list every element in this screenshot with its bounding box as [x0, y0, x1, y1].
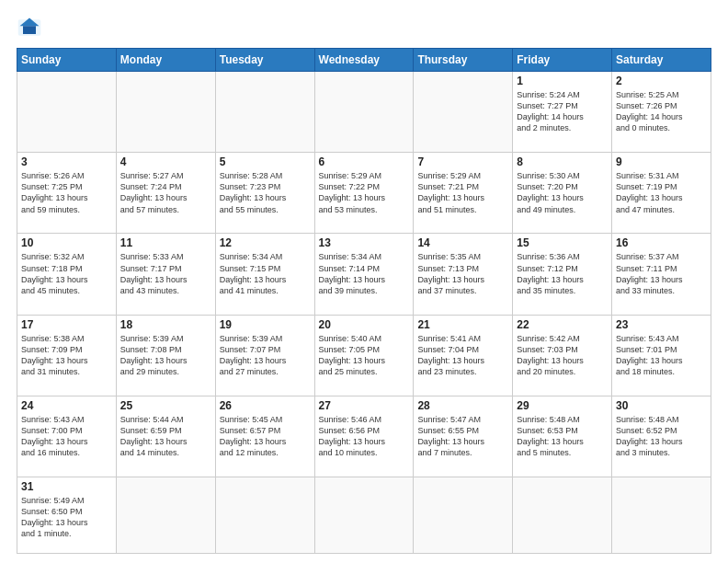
day-cell: 4Sunrise: 5:27 AM Sunset: 7:24 PM Daylig… — [116, 153, 215, 234]
day-cell: 25Sunrise: 5:44 AM Sunset: 6:59 PM Dayli… — [116, 396, 215, 477]
day-info: Sunrise: 5:43 AM Sunset: 7:01 PM Dayligh… — [616, 333, 707, 378]
day-info: Sunrise: 5:48 AM Sunset: 6:53 PM Dayligh… — [517, 414, 608, 459]
day-cell: 23Sunrise: 5:43 AM Sunset: 7:01 PM Dayli… — [612, 315, 711, 396]
week-row-6: 31Sunrise: 5:49 AM Sunset: 6:50 PM Dayli… — [17, 477, 711, 553]
day-number: 19 — [220, 318, 311, 331]
day-cell: 5Sunrise: 5:28 AM Sunset: 7:23 PM Daylig… — [215, 153, 314, 234]
day-number: 26 — [220, 399, 311, 412]
day-number: 15 — [517, 236, 608, 249]
day-number: 22 — [517, 318, 608, 331]
day-number: 17 — [21, 318, 112, 331]
day-number: 13 — [319, 236, 410, 249]
logo — [17, 15, 46, 40]
day-info: Sunrise: 5:46 AM Sunset: 6:56 PM Dayligh… — [319, 414, 410, 459]
day-number: 14 — [417, 236, 508, 249]
day-cell: 8Sunrise: 5:30 AM Sunset: 7:20 PM Daylig… — [513, 153, 612, 234]
day-cell — [215, 477, 314, 553]
day-cell — [314, 72, 414, 153]
day-cell: 27Sunrise: 5:46 AM Sunset: 6:56 PM Dayli… — [314, 396, 414, 477]
day-number: 29 — [517, 399, 608, 412]
day-number: 10 — [21, 236, 112, 249]
day-number: 3 — [21, 155, 112, 168]
day-cell: 7Sunrise: 5:29 AM Sunset: 7:21 PM Daylig… — [414, 153, 513, 234]
day-info: Sunrise: 5:35 AM Sunset: 7:13 PM Dayligh… — [417, 251, 508, 296]
day-info: Sunrise: 5:31 AM Sunset: 7:19 PM Dayligh… — [616, 170, 707, 215]
day-info: Sunrise: 5:27 AM Sunset: 7:24 PM Dayligh… — [120, 170, 211, 215]
day-info: Sunrise: 5:25 AM Sunset: 7:26 PM Dayligh… — [616, 89, 707, 134]
calendar-table: SundayMondayTuesdayWednesdayThursdayFrid… — [17, 48, 711, 554]
day-info: Sunrise: 5:24 AM Sunset: 7:27 PM Dayligh… — [517, 89, 608, 134]
day-cell: 9Sunrise: 5:31 AM Sunset: 7:19 PM Daylig… — [612, 153, 711, 234]
day-info: Sunrise: 5:38 AM Sunset: 7:09 PM Dayligh… — [21, 333, 112, 378]
day-cell: 26Sunrise: 5:45 AM Sunset: 6:57 PM Dayli… — [215, 396, 314, 477]
day-number: 2 — [616, 75, 707, 87]
day-number: 28 — [417, 399, 508, 412]
day-info: Sunrise: 5:48 AM Sunset: 6:52 PM Dayligh… — [616, 414, 707, 459]
day-number: 31 — [21, 480, 112, 493]
day-number: 30 — [616, 399, 707, 412]
day-info: Sunrise: 5:39 AM Sunset: 7:08 PM Dayligh… — [120, 333, 211, 378]
day-cell: 30Sunrise: 5:48 AM Sunset: 6:52 PM Dayli… — [612, 396, 711, 477]
week-row-4: 17Sunrise: 5:38 AM Sunset: 7:09 PM Dayli… — [17, 315, 711, 396]
day-cell: 29Sunrise: 5:48 AM Sunset: 6:53 PM Dayli… — [513, 396, 612, 477]
day-cell: 22Sunrise: 5:42 AM Sunset: 7:03 PM Dayli… — [513, 315, 612, 396]
day-info: Sunrise: 5:44 AM Sunset: 6:59 PM Dayligh… — [120, 414, 211, 459]
day-cell: 14Sunrise: 5:35 AM Sunset: 7:13 PM Dayli… — [414, 234, 513, 315]
header-row: SundayMondayTuesdayWednesdayThursdayFrid… — [17, 49, 711, 72]
col-header-sunday: Sunday — [17, 49, 117, 72]
day-cell — [116, 477, 215, 553]
day-info: Sunrise: 5:40 AM Sunset: 7:05 PM Dayligh… — [319, 333, 410, 378]
day-cell: 12Sunrise: 5:34 AM Sunset: 7:15 PM Dayli… — [215, 234, 314, 315]
page: SundayMondayTuesdayWednesdayThursdayFrid… — [0, 0, 728, 563]
week-row-3: 10Sunrise: 5:32 AM Sunset: 7:18 PM Dayli… — [17, 234, 711, 315]
day-number: 12 — [220, 236, 311, 249]
week-row-1: 1Sunrise: 5:24 AM Sunset: 7:27 PM Daylig… — [17, 72, 711, 153]
day-info: Sunrise: 5:30 AM Sunset: 7:20 PM Dayligh… — [517, 170, 608, 215]
day-cell: 20Sunrise: 5:40 AM Sunset: 7:05 PM Dayli… — [314, 315, 414, 396]
day-cell: 13Sunrise: 5:34 AM Sunset: 7:14 PM Dayli… — [314, 234, 414, 315]
day-info: Sunrise: 5:32 AM Sunset: 7:18 PM Dayligh… — [21, 251, 112, 296]
day-number: 1 — [517, 75, 608, 87]
day-number: 11 — [120, 236, 211, 249]
day-number: 18 — [120, 318, 211, 331]
day-cell — [215, 72, 314, 153]
day-number: 21 — [417, 318, 508, 331]
header — [17, 15, 711, 40]
day-cell — [314, 477, 414, 553]
col-header-monday: Monday — [116, 49, 215, 72]
day-cell: 18Sunrise: 5:39 AM Sunset: 7:08 PM Dayli… — [116, 315, 215, 396]
day-info: Sunrise: 5:42 AM Sunset: 7:03 PM Dayligh… — [517, 333, 608, 378]
day-info: Sunrise: 5:47 AM Sunset: 6:55 PM Dayligh… — [417, 414, 508, 459]
day-info: Sunrise: 5:36 AM Sunset: 7:12 PM Dayligh… — [517, 251, 608, 296]
day-number: 27 — [319, 399, 410, 412]
col-header-thursday: Thursday — [414, 49, 513, 72]
day-info: Sunrise: 5:33 AM Sunset: 7:17 PM Dayligh… — [120, 251, 211, 296]
day-number: 16 — [616, 236, 707, 249]
day-info: Sunrise: 5:45 AM Sunset: 6:57 PM Dayligh… — [220, 414, 311, 459]
day-info: Sunrise: 5:39 AM Sunset: 7:07 PM Dayligh… — [220, 333, 311, 378]
day-number: 5 — [220, 155, 311, 168]
col-header-saturday: Saturday — [612, 49, 711, 72]
day-number: 25 — [120, 399, 211, 412]
day-number: 7 — [417, 155, 508, 168]
day-cell: 1Sunrise: 5:24 AM Sunset: 7:27 PM Daylig… — [513, 72, 612, 153]
day-number: 23 — [616, 318, 707, 331]
svg-rect-2 — [23, 26, 36, 34]
day-cell: 24Sunrise: 5:43 AM Sunset: 7:00 PM Dayli… — [17, 396, 117, 477]
day-cell: 2Sunrise: 5:25 AM Sunset: 7:26 PM Daylig… — [612, 72, 711, 153]
day-info: Sunrise: 5:41 AM Sunset: 7:04 PM Dayligh… — [417, 333, 508, 378]
day-info: Sunrise: 5:29 AM Sunset: 7:21 PM Dayligh… — [417, 170, 508, 215]
day-cell — [513, 477, 612, 553]
calendar-header: SundayMondayTuesdayWednesdayThursdayFrid… — [17, 49, 711, 72]
day-cell: 28Sunrise: 5:47 AM Sunset: 6:55 PM Dayli… — [414, 396, 513, 477]
day-cell: 21Sunrise: 5:41 AM Sunset: 7:04 PM Dayli… — [414, 315, 513, 396]
day-info: Sunrise: 5:29 AM Sunset: 7:22 PM Dayligh… — [319, 170, 410, 215]
day-cell: 6Sunrise: 5:29 AM Sunset: 7:22 PM Daylig… — [314, 153, 414, 234]
day-cell: 19Sunrise: 5:39 AM Sunset: 7:07 PM Dayli… — [215, 315, 314, 396]
col-header-friday: Friday — [513, 49, 612, 72]
day-info: Sunrise: 5:34 AM Sunset: 7:14 PM Dayligh… — [319, 251, 410, 296]
day-cell — [116, 72, 215, 153]
day-info: Sunrise: 5:37 AM Sunset: 7:11 PM Dayligh… — [616, 251, 707, 296]
day-info: Sunrise: 5:43 AM Sunset: 7:00 PM Dayligh… — [21, 414, 112, 459]
day-number: 4 — [120, 155, 211, 168]
